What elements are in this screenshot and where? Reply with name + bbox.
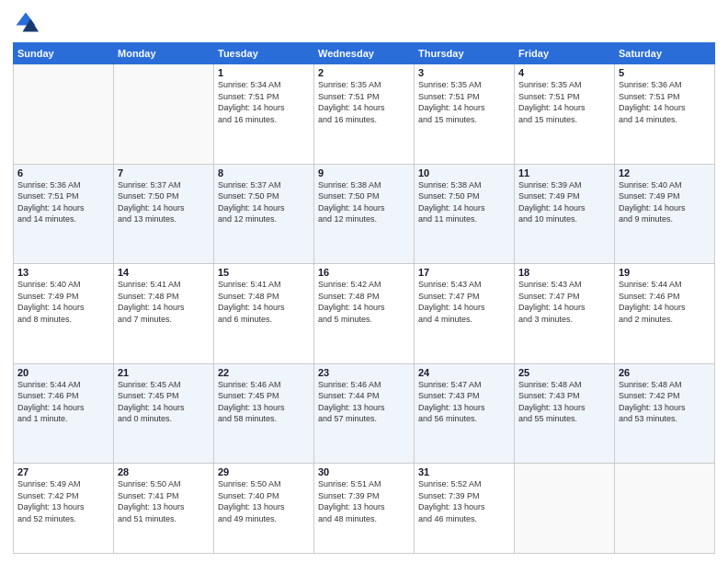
calendar-cell: 17Sunrise: 5:43 AM Sunset: 7:47 PM Dayli… <box>415 264 515 364</box>
calendar-cell: 19Sunrise: 5:44 AM Sunset: 7:46 PM Dayli… <box>615 264 715 364</box>
day-number: 14 <box>118 267 210 278</box>
day-number: 9 <box>318 167 410 178</box>
day-number: 28 <box>118 466 210 477</box>
calendar-cell: 21Sunrise: 5:45 AM Sunset: 7:45 PM Dayli… <box>114 363 214 464</box>
day-info: Sunrise: 5:46 AM Sunset: 7:45 PM Dayligh… <box>218 379 310 425</box>
calendar-cell: 5Sunrise: 5:36 AM Sunset: 7:51 PM Daylig… <box>615 64 715 165</box>
day-number: 3 <box>418 67 510 78</box>
week-row-5: 27Sunrise: 5:49 AM Sunset: 7:42 PM Dayli… <box>14 464 715 554</box>
day-number: 8 <box>218 167 310 178</box>
day-number: 26 <box>619 367 711 378</box>
day-info: Sunrise: 5:41 AM Sunset: 7:48 PM Dayligh… <box>118 279 210 325</box>
weekday-header-thursday: Thursday <box>415 43 515 64</box>
day-number: 29 <box>218 466 310 477</box>
day-info: Sunrise: 5:48 AM Sunset: 7:43 PM Dayligh… <box>518 379 610 425</box>
calendar-cell: 12Sunrise: 5:40 AM Sunset: 7:49 PM Dayli… <box>615 164 715 264</box>
logo-icon <box>13 9 39 35</box>
calendar: SundayMondayTuesdayWednesdayThursdayFrid… <box>13 42 715 554</box>
calendar-cell: 28Sunrise: 5:50 AM Sunset: 7:41 PM Dayli… <box>114 464 214 554</box>
calendar-cell <box>515 464 615 554</box>
calendar-cell: 6Sunrise: 5:36 AM Sunset: 7:51 PM Daylig… <box>14 164 114 264</box>
day-number: 5 <box>619 67 711 78</box>
weekday-header-sunday: Sunday <box>14 43 114 64</box>
calendar-cell: 26Sunrise: 5:48 AM Sunset: 7:42 PM Dayli… <box>615 363 715 464</box>
day-info: Sunrise: 5:45 AM Sunset: 7:45 PM Dayligh… <box>118 379 210 425</box>
day-number: 24 <box>418 367 510 378</box>
day-info: Sunrise: 5:42 AM Sunset: 7:48 PM Dayligh… <box>318 279 410 325</box>
calendar-cell: 24Sunrise: 5:47 AM Sunset: 7:43 PM Dayli… <box>415 363 515 464</box>
calendar-cell: 31Sunrise: 5:52 AM Sunset: 7:39 PM Dayli… <box>415 464 515 554</box>
day-info: Sunrise: 5:41 AM Sunset: 7:48 PM Dayligh… <box>218 279 310 325</box>
calendar-cell: 29Sunrise: 5:50 AM Sunset: 7:40 PM Dayli… <box>214 464 314 554</box>
calendar-cell: 3Sunrise: 5:35 AM Sunset: 7:51 PM Daylig… <box>415 64 515 165</box>
calendar-cell: 22Sunrise: 5:46 AM Sunset: 7:45 PM Dayli… <box>214 363 314 464</box>
day-info: Sunrise: 5:35 AM Sunset: 7:51 PM Dayligh… <box>318 79 410 125</box>
week-row-3: 13Sunrise: 5:40 AM Sunset: 7:49 PM Dayli… <box>14 264 715 364</box>
day-info: Sunrise: 5:39 AM Sunset: 7:49 PM Dayligh… <box>518 179 610 225</box>
calendar-cell: 23Sunrise: 5:46 AM Sunset: 7:44 PM Dayli… <box>314 363 415 464</box>
calendar-cell: 16Sunrise: 5:42 AM Sunset: 7:48 PM Dayli… <box>314 264 415 364</box>
week-row-4: 20Sunrise: 5:44 AM Sunset: 7:46 PM Dayli… <box>14 363 715 464</box>
calendar-cell: 25Sunrise: 5:48 AM Sunset: 7:43 PM Dayli… <box>515 363 615 464</box>
weekday-header-tuesday: Tuesday <box>214 43 314 64</box>
day-number: 4 <box>518 67 610 78</box>
weekday-header-wednesday: Wednesday <box>314 43 415 64</box>
calendar-cell: 7Sunrise: 5:37 AM Sunset: 7:50 PM Daylig… <box>114 164 214 264</box>
day-info: Sunrise: 5:47 AM Sunset: 7:43 PM Dayligh… <box>418 379 510 425</box>
calendar-cell: 1Sunrise: 5:34 AM Sunset: 7:51 PM Daylig… <box>214 64 314 165</box>
day-number: 18 <box>518 267 610 278</box>
day-number: 13 <box>17 267 109 278</box>
calendar-cell <box>615 464 715 554</box>
day-number: 11 <box>518 167 610 178</box>
calendar-cell: 10Sunrise: 5:38 AM Sunset: 7:50 PM Dayli… <box>415 164 515 264</box>
day-info: Sunrise: 5:37 AM Sunset: 7:50 PM Dayligh… <box>118 179 210 225</box>
calendar-cell: 14Sunrise: 5:41 AM Sunset: 7:48 PM Dayli… <box>114 264 214 364</box>
day-info: Sunrise: 5:49 AM Sunset: 7:42 PM Dayligh… <box>17 478 109 524</box>
day-number: 2 <box>318 67 410 78</box>
day-number: 16 <box>318 267 410 278</box>
calendar-cell: 13Sunrise: 5:40 AM Sunset: 7:49 PM Dayli… <box>14 264 114 364</box>
day-number: 17 <box>418 267 510 278</box>
calendar-cell: 8Sunrise: 5:37 AM Sunset: 7:50 PM Daylig… <box>214 164 314 264</box>
day-info: Sunrise: 5:35 AM Sunset: 7:51 PM Dayligh… <box>418 79 510 125</box>
day-number: 19 <box>619 267 711 278</box>
calendar-cell: 20Sunrise: 5:44 AM Sunset: 7:46 PM Dayli… <box>14 363 114 464</box>
day-info: Sunrise: 5:34 AM Sunset: 7:51 PM Dayligh… <box>218 79 310 125</box>
page: SundayMondayTuesdayWednesdayThursdayFrid… <box>0 0 728 563</box>
day-number: 20 <box>17 367 109 378</box>
day-number: 31 <box>418 466 510 477</box>
day-info: Sunrise: 5:37 AM Sunset: 7:50 PM Dayligh… <box>218 179 310 225</box>
day-info: Sunrise: 5:35 AM Sunset: 7:51 PM Dayligh… <box>518 79 610 125</box>
day-info: Sunrise: 5:52 AM Sunset: 7:39 PM Dayligh… <box>418 478 510 524</box>
day-info: Sunrise: 5:50 AM Sunset: 7:40 PM Dayligh… <box>218 478 310 524</box>
day-info: Sunrise: 5:44 AM Sunset: 7:46 PM Dayligh… <box>17 379 109 425</box>
day-info: Sunrise: 5:51 AM Sunset: 7:39 PM Dayligh… <box>318 478 410 524</box>
day-number: 22 <box>218 367 310 378</box>
calendar-cell: 18Sunrise: 5:43 AM Sunset: 7:47 PM Dayli… <box>515 264 615 364</box>
calendar-cell <box>114 64 214 165</box>
day-info: Sunrise: 5:44 AM Sunset: 7:46 PM Dayligh… <box>619 279 711 325</box>
weekday-header-friday: Friday <box>515 43 615 64</box>
day-info: Sunrise: 5:40 AM Sunset: 7:49 PM Dayligh… <box>17 279 109 325</box>
day-number: 1 <box>218 67 310 78</box>
day-info: Sunrise: 5:48 AM Sunset: 7:42 PM Dayligh… <box>619 379 711 425</box>
weekday-header-row: SundayMondayTuesdayWednesdayThursdayFrid… <box>14 43 715 64</box>
day-number: 27 <box>17 466 109 477</box>
weekday-header-saturday: Saturday <box>615 43 715 64</box>
day-info: Sunrise: 5:50 AM Sunset: 7:41 PM Dayligh… <box>118 478 210 524</box>
day-info: Sunrise: 5:43 AM Sunset: 7:47 PM Dayligh… <box>418 279 510 325</box>
day-info: Sunrise: 5:46 AM Sunset: 7:44 PM Dayligh… <box>318 379 410 425</box>
day-number: 6 <box>17 167 109 178</box>
calendar-cell <box>14 64 114 165</box>
day-number: 12 <box>619 167 711 178</box>
calendar-cell: 30Sunrise: 5:51 AM Sunset: 7:39 PM Dayli… <box>314 464 415 554</box>
day-info: Sunrise: 5:40 AM Sunset: 7:49 PM Dayligh… <box>619 179 711 225</box>
day-info: Sunrise: 5:43 AM Sunset: 7:47 PM Dayligh… <box>518 279 610 325</box>
calendar-cell: 27Sunrise: 5:49 AM Sunset: 7:42 PM Dayli… <box>14 464 114 554</box>
calendar-cell: 15Sunrise: 5:41 AM Sunset: 7:48 PM Dayli… <box>214 264 314 364</box>
calendar-cell: 9Sunrise: 5:38 AM Sunset: 7:50 PM Daylig… <box>314 164 415 264</box>
day-number: 15 <box>218 267 310 278</box>
day-number: 23 <box>318 367 410 378</box>
day-info: Sunrise: 5:38 AM Sunset: 7:50 PM Dayligh… <box>318 179 410 225</box>
day-number: 21 <box>118 367 210 378</box>
